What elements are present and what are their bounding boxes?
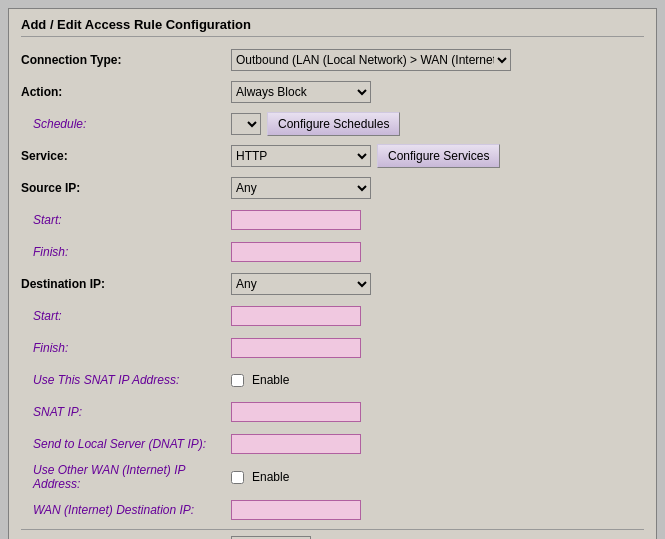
- snat-ip-input[interactable]: [231, 402, 361, 422]
- service-label: Service:: [21, 149, 231, 163]
- dnat-ip-label: Send to Local Server (DNAT IP):: [21, 437, 231, 451]
- dest-start-row: Start:: [21, 303, 644, 329]
- connection-type-row: Connection Type: Outbound (LAN (Local Ne…: [21, 47, 644, 73]
- dnat-ip-input[interactable]: [231, 434, 361, 454]
- action-row: Action: Always Block Always Allow Allow …: [21, 79, 644, 105]
- snat-enable-checkbox-label: Enable: [252, 373, 289, 387]
- dest-start-input[interactable]: [231, 306, 361, 326]
- wan-dest-ip-row: WAN (Internet) Destination IP:: [21, 497, 644, 523]
- snat-ip-label: SNAT IP:: [21, 405, 231, 419]
- action-label: Action:: [21, 85, 231, 99]
- schedule-select[interactable]: [231, 113, 261, 135]
- dest-ip-label: Destination IP:: [21, 277, 231, 291]
- source-finish-row: Finish:: [21, 239, 644, 265]
- source-ip-select[interactable]: Any Single Address Range: [231, 177, 371, 199]
- source-ip-label: Source IP:: [21, 181, 231, 195]
- action-select[interactable]: Always Block Always Allow Allow by Sched…: [231, 81, 371, 103]
- other-wan-enable-checkbox-label: Enable: [252, 470, 289, 484]
- connection-type-select[interactable]: Outbound (LAN (Local Network) > WAN (Int…: [231, 49, 511, 71]
- source-start-label: Start:: [21, 213, 231, 227]
- other-wan-enable-checkbox[interactable]: [231, 471, 244, 484]
- snat-enable-row: Use This SNAT IP Address: Enable: [21, 367, 644, 393]
- schedule-row: Schedule: Configure Schedules: [21, 111, 644, 137]
- dnat-ip-row: Send to Local Server (DNAT IP):: [21, 431, 644, 457]
- service-row: Service: HTTP HTTPS FTP Any Configure Se…: [21, 143, 644, 169]
- snat-ip-row: SNAT IP:: [21, 399, 644, 425]
- dest-finish-label: Finish:: [21, 341, 231, 355]
- snat-enable-checkbox[interactable]: [231, 374, 244, 387]
- wan-dest-ip-input[interactable]: [231, 500, 361, 520]
- divider: [21, 529, 644, 530]
- form-container: Add / Edit Access Rule Configuration Con…: [8, 8, 657, 539]
- configure-services-button[interactable]: Configure Services: [377, 144, 500, 168]
- dest-ip-select[interactable]: Any Single Address Range: [231, 273, 371, 295]
- source-start-row: Start:: [21, 207, 644, 233]
- dest-start-label: Start:: [21, 309, 231, 323]
- rule-status-row: Rule Status: Enabled Disabled: [21, 534, 644, 539]
- snat-enable-label: Use This SNAT IP Address:: [21, 373, 231, 387]
- service-select[interactable]: HTTP HTTPS FTP Any: [231, 145, 371, 167]
- source-start-input[interactable]: [231, 210, 361, 230]
- page-title: Add / Edit Access Rule Configuration: [21, 17, 644, 37]
- connection-type-label: Connection Type:: [21, 53, 231, 67]
- wan-dest-ip-label: WAN (Internet) Destination IP:: [21, 503, 231, 517]
- configure-schedules-button[interactable]: Configure Schedules: [267, 112, 400, 136]
- other-wan-enable-label: Use Other WAN (Internet) IP Address:: [21, 463, 231, 491]
- dest-ip-row: Destination IP: Any Single Address Range: [21, 271, 644, 297]
- source-finish-label: Finish:: [21, 245, 231, 259]
- dest-finish-row: Finish:: [21, 335, 644, 361]
- source-finish-input[interactable]: [231, 242, 361, 262]
- other-wan-enable-row: Use Other WAN (Internet) IP Address: Ena…: [21, 463, 644, 491]
- schedule-label: Schedule:: [21, 117, 231, 131]
- source-ip-row: Source IP: Any Single Address Range: [21, 175, 644, 201]
- dest-finish-input[interactable]: [231, 338, 361, 358]
